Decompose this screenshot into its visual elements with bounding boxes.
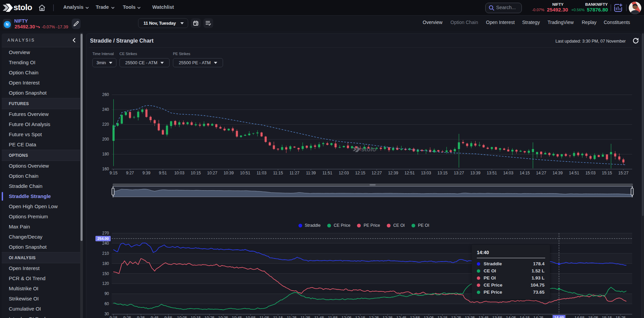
svg-text:15:15: 15:15 [602, 171, 612, 175]
svg-text:180: 180 [102, 152, 109, 156]
svg-text:13:39: 13:39 [470, 171, 481, 175]
svg-text:14:40: 14:40 [554, 316, 564, 318]
svg-text:12:15: 12:15 [355, 171, 365, 175]
svg-text:10:51: 10:51 [240, 171, 250, 175]
svg-text:15:05: 15:05 [588, 316, 598, 318]
svg-text:10:03: 10:03 [174, 171, 184, 175]
svg-text:240: 240 [102, 241, 109, 246]
svg-text:240: 240 [102, 107, 109, 112]
svg-text:210: 210 [102, 251, 109, 256]
svg-text:9:35: 9:35 [137, 316, 145, 318]
svg-text:14:51: 14:51 [569, 171, 579, 175]
svg-text:270: 270 [102, 231, 109, 236]
svg-text:220: 220 [102, 122, 109, 127]
svg-text:13:51: 13:51 [487, 171, 497, 175]
svg-text:10:15: 10:15 [191, 316, 201, 318]
svg-text:10:27: 10:27 [207, 171, 217, 175]
svg-text:12:05: 12:05 [341, 316, 352, 318]
svg-text:15:03: 15:03 [585, 171, 596, 175]
svg-text:15:27: 15:27 [618, 171, 628, 175]
svg-text:9:45: 9:45 [151, 316, 159, 318]
svg-text:13:25: 13:25 [451, 316, 461, 318]
svg-text:11:55: 11:55 [328, 316, 338, 318]
svg-text:12:45: 12:45 [396, 316, 406, 318]
svg-text:10:05: 10:05 [177, 316, 187, 318]
svg-text:9:15: 9:15 [110, 171, 118, 175]
svg-text:10:15: 10:15 [191, 171, 201, 175]
svg-text:12:15: 12:15 [355, 316, 365, 318]
svg-text:11:15: 11:15 [273, 171, 283, 175]
svg-text:11:51: 11:51 [323, 171, 332, 175]
svg-text:9:25: 9:25 [123, 316, 131, 318]
svg-text:9:39: 9:39 [142, 171, 151, 175]
svg-text:180: 180 [102, 261, 109, 266]
svg-text:9:55: 9:55 [164, 316, 173, 318]
svg-text:11:39: 11:39 [306, 171, 316, 175]
svg-text:9:15: 9:15 [110, 316, 118, 318]
svg-text:13:45: 13:45 [479, 316, 489, 318]
svg-text:10:39: 10:39 [224, 171, 234, 175]
svg-text:13:35: 13:35 [465, 316, 475, 318]
svg-text:13:15: 13:15 [437, 171, 447, 175]
svg-text:14:15: 14:15 [519, 171, 530, 175]
svg-text:15:15: 15:15 [602, 316, 612, 318]
svg-text:11:03: 11:03 [257, 171, 266, 175]
svg-text:11:27: 11:27 [290, 171, 299, 175]
svg-text:14:27: 14:27 [536, 171, 546, 175]
svg-text:14:25: 14:25 [533, 316, 543, 318]
svg-text:160: 160 [102, 167, 109, 171]
svg-text:12:35: 12:35 [382, 316, 393, 318]
svg-text:12:51: 12:51 [404, 171, 415, 175]
svg-text:12:39: 12:39 [388, 171, 398, 175]
svg-text:13:27: 13:27 [454, 171, 464, 175]
svg-text:11:35: 11:35 [301, 316, 310, 318]
svg-text:11:25: 11:25 [287, 316, 296, 318]
svg-text:120: 120 [102, 281, 109, 286]
svg-text:14:55: 14:55 [574, 316, 584, 318]
svg-text:12:25: 12:25 [369, 316, 379, 318]
svg-text:11:15: 11:15 [273, 316, 283, 318]
svg-text:14:15: 14:15 [519, 316, 530, 318]
svg-text:12:03: 12:03 [339, 171, 349, 175]
svg-text:90: 90 [105, 291, 109, 296]
svg-text:260: 260 [102, 92, 109, 97]
svg-text:12:55: 12:55 [410, 316, 420, 318]
svg-text:10:25: 10:25 [204, 316, 215, 318]
svg-text:60: 60 [105, 301, 109, 306]
svg-text:10:45: 10:45 [232, 316, 242, 318]
svg-text:30: 30 [105, 312, 109, 316]
svg-text:13:55: 13:55 [492, 316, 502, 318]
svg-text:10:35: 10:35 [218, 316, 228, 318]
svg-text:200: 200 [102, 137, 109, 142]
svg-text:13:15: 13:15 [437, 316, 447, 318]
svg-text:14:05: 14:05 [506, 316, 516, 318]
svg-text:10:55: 10:55 [245, 316, 256, 318]
svg-text:14:03: 14:03 [503, 171, 513, 175]
svg-text:14:39: 14:39 [553, 171, 563, 175]
svg-text:13:05: 13:05 [424, 316, 434, 318]
svg-text:9:51: 9:51 [159, 171, 167, 175]
svg-text:150: 150 [102, 271, 109, 276]
svg-text:11:05: 11:05 [259, 316, 269, 318]
svg-text:15:25: 15:25 [616, 316, 626, 318]
svg-text:12:27: 12:27 [372, 171, 382, 175]
svg-text:11:45: 11:45 [314, 316, 324, 318]
svg-text:254.00: 254.00 [97, 237, 109, 241]
svg-text:9:27: 9:27 [126, 171, 134, 175]
svg-text:13:03: 13:03 [421, 171, 431, 175]
